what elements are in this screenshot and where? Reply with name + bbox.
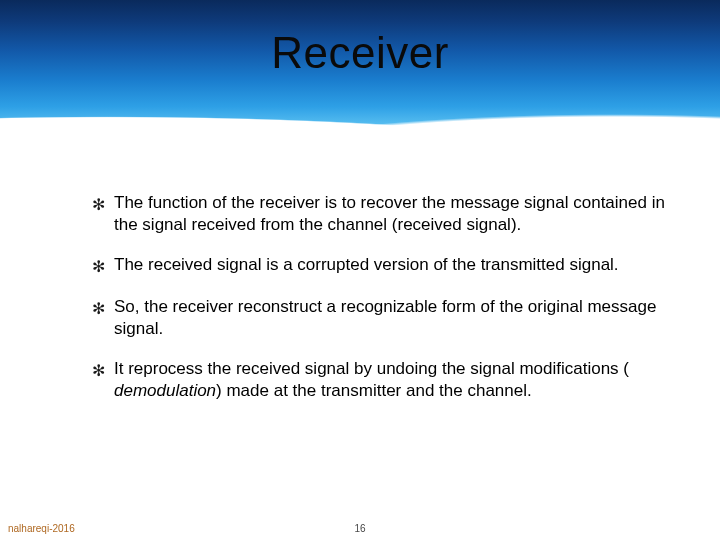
header-gradient-band: Receiver [0,0,720,178]
bullet-marker-icon: ✻ [92,296,114,320]
bullet-text: The function of the receiver is to recov… [114,192,672,236]
content-area: ✻ The function of the receiver is to rec… [92,192,672,420]
footer-page-number: 16 [0,523,720,534]
slide-title: Receiver [0,28,720,78]
bullet-text-emph: demodulation [114,381,216,400]
bullet-text: So, the receiver reconstruct a recogniza… [114,296,672,340]
bullet-text: The received signal is a corrupted versi… [114,254,619,276]
bullet-text-pre: It reprocess the received signal by undo… [114,359,629,378]
bullet-item: ✻ The function of the receiver is to rec… [92,192,672,236]
bullet-item: ✻ So, the receiver reconstruct a recogni… [92,296,672,340]
bullet-marker-icon: ✻ [92,358,114,382]
bullet-item: ✻ The received signal is a corrupted ver… [92,254,672,278]
bullet-text: It reprocess the received signal by undo… [114,358,672,402]
bullet-text-post: ) made at the transmitter and the channe… [216,381,532,400]
bullet-marker-icon: ✻ [92,192,114,216]
bullet-item: ✻ It reprocess the received signal by un… [92,358,672,402]
bullet-marker-icon: ✻ [92,254,114,278]
